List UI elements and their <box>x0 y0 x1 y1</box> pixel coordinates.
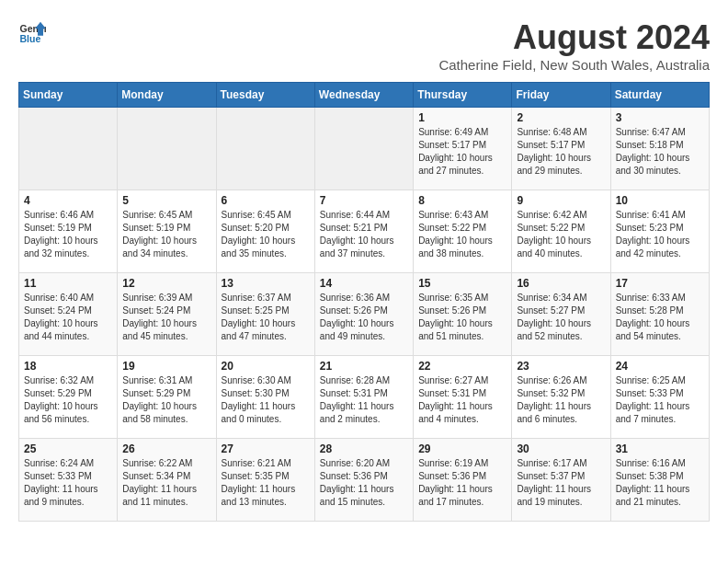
calendar-cell: 15Sunrise: 6:35 AMSunset: 5:26 PMDayligh… <box>414 273 512 356</box>
main-title: August 2024 <box>438 18 710 57</box>
day-info: Sunrise: 6:43 AMSunset: 5:22 PMDaylight:… <box>418 209 506 260</box>
day-number: 29 <box>418 442 506 455</box>
calendar-cell: 20Sunrise: 6:30 AMSunset: 5:30 PMDayligh… <box>216 356 314 439</box>
day-info: Sunrise: 6:31 AMSunset: 5:29 PMDaylight:… <box>122 374 210 426</box>
day-number: 8 <box>418 194 506 207</box>
day-number: 17 <box>616 277 704 290</box>
calendar-cell: 18Sunrise: 6:32 AMSunset: 5:29 PMDayligh… <box>19 356 118 439</box>
day-info: Sunrise: 6:36 AMSunset: 5:26 PMDaylight:… <box>320 292 408 343</box>
day-number: 23 <box>517 360 605 373</box>
day-info: Sunrise: 6:40 AMSunset: 5:24 PMDaylight:… <box>24 292 112 343</box>
day-info: Sunrise: 6:30 AMSunset: 5:30 PMDaylight:… <box>222 374 310 426</box>
calendar-cell: 31Sunrise: 6:16 AMSunset: 5:38 PMDayligh… <box>610 439 709 522</box>
day-number: 7 <box>320 194 408 207</box>
day-number: 26 <box>122 442 210 455</box>
day-info: Sunrise: 6:20 AMSunset: 5:36 PMDaylight:… <box>320 457 408 509</box>
day-number: 28 <box>320 442 408 455</box>
day-number: 13 <box>222 277 310 290</box>
calendar-cell: 19Sunrise: 6:31 AMSunset: 5:29 PMDayligh… <box>118 356 216 439</box>
calendar-cell: 9Sunrise: 6:42 AMSunset: 5:22 PMDaylight… <box>512 190 610 273</box>
day-header-wednesday: Wednesday <box>314 83 413 108</box>
day-number: 9 <box>517 194 605 207</box>
day-number: 18 <box>24 360 112 373</box>
week-row-4: 18Sunrise: 6:32 AMSunset: 5:29 PMDayligh… <box>19 356 710 439</box>
calendar-cell: 11Sunrise: 6:40 AMSunset: 5:24 PMDayligh… <box>19 273 118 356</box>
calendar-cell: 17Sunrise: 6:33 AMSunset: 5:28 PMDayligh… <box>610 273 709 356</box>
day-number: 20 <box>222 360 310 373</box>
day-info: Sunrise: 6:34 AMSunset: 5:27 PMDaylight:… <box>517 292 605 343</box>
day-header-friday: Friday <box>512 83 610 108</box>
day-number: 5 <box>122 194 210 207</box>
calendar-cell: 16Sunrise: 6:34 AMSunset: 5:27 PMDayligh… <box>512 273 610 356</box>
day-number: 6 <box>222 194 310 207</box>
week-row-1: 1Sunrise: 6:49 AMSunset: 5:17 PMDaylight… <box>19 108 710 190</box>
day-info: Sunrise: 6:21 AMSunset: 5:35 PMDaylight:… <box>222 457 310 509</box>
day-info: Sunrise: 6:33 AMSunset: 5:28 PMDaylight:… <box>616 292 704 343</box>
day-info: Sunrise: 6:22 AMSunset: 5:34 PMDaylight:… <box>122 457 210 509</box>
week-row-5: 25Sunrise: 6:24 AMSunset: 5:33 PMDayligh… <box>19 439 710 522</box>
day-header-sunday: Sunday <box>19 83 118 108</box>
calendar-cell: 28Sunrise: 6:20 AMSunset: 5:36 PMDayligh… <box>314 439 413 522</box>
day-info: Sunrise: 6:17 AMSunset: 5:37 PMDaylight:… <box>517 457 605 509</box>
calendar-cell <box>118 108 216 190</box>
day-info: Sunrise: 6:48 AMSunset: 5:17 PMDaylight:… <box>517 126 605 178</box>
day-number: 2 <box>517 111 605 124</box>
week-row-3: 11Sunrise: 6:40 AMSunset: 5:24 PMDayligh… <box>19 273 710 356</box>
day-info: Sunrise: 6:46 AMSunset: 5:19 PMDaylight:… <box>24 209 112 260</box>
logo-icon: General Blue <box>18 18 46 46</box>
day-number: 31 <box>616 442 704 455</box>
calendar-cell: 22Sunrise: 6:27 AMSunset: 5:31 PMDayligh… <box>414 356 512 439</box>
calendar-cell: 26Sunrise: 6:22 AMSunset: 5:34 PMDayligh… <box>118 439 216 522</box>
day-info: Sunrise: 6:19 AMSunset: 5:36 PMDaylight:… <box>418 457 506 509</box>
calendar-cell: 27Sunrise: 6:21 AMSunset: 5:35 PMDayligh… <box>216 439 314 522</box>
calendar-cell: 21Sunrise: 6:28 AMSunset: 5:31 PMDayligh… <box>314 356 413 439</box>
calendar-cell: 29Sunrise: 6:19 AMSunset: 5:36 PMDayligh… <box>414 439 512 522</box>
day-number: 10 <box>616 194 704 207</box>
calendar-cell: 10Sunrise: 6:41 AMSunset: 5:23 PMDayligh… <box>610 190 709 273</box>
day-info: Sunrise: 6:39 AMSunset: 5:24 PMDaylight:… <box>122 292 210 343</box>
calendar-cell: 5Sunrise: 6:45 AMSunset: 5:19 PMDaylight… <box>118 190 216 273</box>
day-info: Sunrise: 6:37 AMSunset: 5:25 PMDaylight:… <box>222 292 310 343</box>
day-number: 30 <box>517 442 605 455</box>
day-header-saturday: Saturday <box>610 83 709 108</box>
calendar-cell: 3Sunrise: 6:47 AMSunset: 5:18 PMDaylight… <box>610 108 709 190</box>
day-header-monday: Monday <box>118 83 216 108</box>
title-area: August 2024 Catherine Field, New South W… <box>438 18 710 73</box>
calendar-cell: 25Sunrise: 6:24 AMSunset: 5:33 PMDayligh… <box>19 439 118 522</box>
calendar: SundayMondayTuesdayWednesdayThursdayFrid… <box>18 82 710 522</box>
subtitle: Catherine Field, New South Wales, Austra… <box>438 57 710 73</box>
calendar-cell: 14Sunrise: 6:36 AMSunset: 5:26 PMDayligh… <box>314 273 413 356</box>
calendar-header-row: SundayMondayTuesdayWednesdayThursdayFrid… <box>19 83 710 108</box>
day-number: 19 <box>122 360 210 373</box>
day-number: 11 <box>24 277 112 290</box>
calendar-cell <box>19 108 118 190</box>
day-header-tuesday: Tuesday <box>216 83 314 108</box>
week-row-2: 4Sunrise: 6:46 AMSunset: 5:19 PMDaylight… <box>19 190 710 273</box>
calendar-cell: 13Sunrise: 6:37 AMSunset: 5:25 PMDayligh… <box>216 273 314 356</box>
calendar-cell: 12Sunrise: 6:39 AMSunset: 5:24 PMDayligh… <box>118 273 216 356</box>
calendar-cell: 6Sunrise: 6:45 AMSunset: 5:20 PMDaylight… <box>216 190 314 273</box>
calendar-cell: 8Sunrise: 6:43 AMSunset: 5:22 PMDaylight… <box>414 190 512 273</box>
day-info: Sunrise: 6:49 AMSunset: 5:17 PMDaylight:… <box>418 126 506 178</box>
logo: General Blue <box>18 18 46 46</box>
day-info: Sunrise: 6:25 AMSunset: 5:33 PMDaylight:… <box>616 374 704 426</box>
calendar-cell: 1Sunrise: 6:49 AMSunset: 5:17 PMDaylight… <box>414 108 512 190</box>
day-number: 4 <box>24 194 112 207</box>
calendar-cell: 2Sunrise: 6:48 AMSunset: 5:17 PMDaylight… <box>512 108 610 190</box>
day-info: Sunrise: 6:41 AMSunset: 5:23 PMDaylight:… <box>616 209 704 260</box>
day-info: Sunrise: 6:32 AMSunset: 5:29 PMDaylight:… <box>24 374 112 426</box>
day-info: Sunrise: 6:28 AMSunset: 5:31 PMDaylight:… <box>320 374 408 426</box>
day-info: Sunrise: 6:47 AMSunset: 5:18 PMDaylight:… <box>616 126 704 178</box>
day-info: Sunrise: 6:16 AMSunset: 5:38 PMDaylight:… <box>616 457 704 509</box>
day-number: 16 <box>517 277 605 290</box>
day-number: 22 <box>418 360 506 373</box>
day-info: Sunrise: 6:44 AMSunset: 5:21 PMDaylight:… <box>320 209 408 260</box>
svg-text:Blue: Blue <box>20 33 41 44</box>
day-info: Sunrise: 6:35 AMSunset: 5:26 PMDaylight:… <box>418 292 506 343</box>
calendar-cell: 4Sunrise: 6:46 AMSunset: 5:19 PMDaylight… <box>19 190 118 273</box>
day-number: 3 <box>616 111 704 124</box>
day-number: 25 <box>24 442 112 455</box>
day-info: Sunrise: 6:42 AMSunset: 5:22 PMDaylight:… <box>517 209 605 260</box>
day-info: Sunrise: 6:26 AMSunset: 5:32 PMDaylight:… <box>517 374 605 426</box>
calendar-cell: 23Sunrise: 6:26 AMSunset: 5:32 PMDayligh… <box>512 356 610 439</box>
